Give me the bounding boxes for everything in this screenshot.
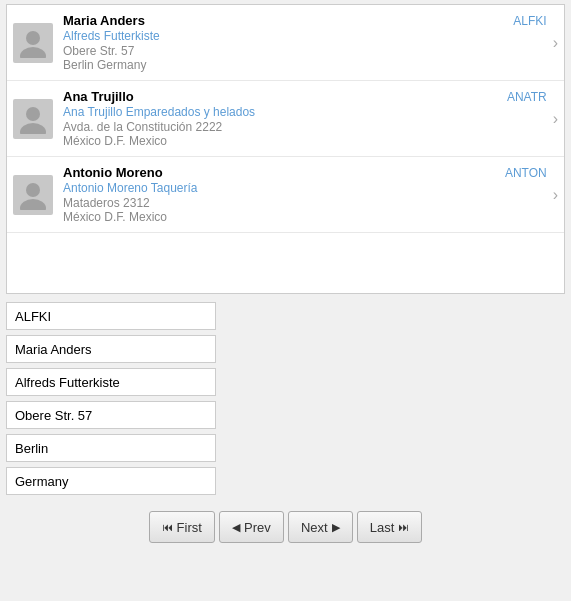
item-code: ANATR: [507, 90, 547, 104]
item-address: Avda. de la Constitución 2222: [63, 120, 547, 134]
next-icon: ▶: [332, 521, 340, 534]
item-address: Obere Str. 57: [63, 44, 547, 58]
item-code: ALFKI: [513, 14, 546, 28]
prev-icon: ◀: [232, 521, 240, 534]
list-item[interactable]: Maria Anders ALFKI Alfreds Futterkiste O…: [7, 5, 564, 81]
item-name: Antonio Moreno: [63, 165, 163, 180]
svg-point-3: [20, 123, 46, 134]
item-address: Mataderos 2312: [63, 196, 547, 210]
item-info: Maria Anders ALFKI Alfreds Futterkiste O…: [63, 13, 547, 72]
list-item[interactable]: Ana Trujillo ANATR Ana Trujillo Empareda…: [7, 81, 564, 157]
avatar: [13, 99, 53, 139]
field-id[interactable]: ALFKI: [6, 302, 216, 330]
item-code: ANTON: [505, 166, 547, 180]
prev-label: Prev: [244, 520, 271, 535]
next-button[interactable]: Next ▶: [288, 511, 353, 543]
item-info: Antonio Moreno ANTON Antonio Moreno Taqu…: [63, 165, 547, 224]
svg-point-1: [20, 47, 46, 58]
svg-point-2: [26, 107, 40, 121]
field-company[interactable]: Alfreds Futterkiste: [6, 368, 216, 396]
last-icon: ⏭: [398, 521, 409, 533]
field-country[interactable]: Germany: [6, 467, 216, 495]
svg-point-5: [20, 199, 46, 210]
list-item[interactable]: Antonio Moreno ANTON Antonio Moreno Taqu…: [7, 157, 564, 233]
first-label: First: [177, 520, 202, 535]
svg-point-4: [26, 183, 40, 197]
field-address[interactable]: Obere Str. 57: [6, 401, 216, 429]
item-country: Berlin Germany: [63, 58, 547, 72]
item-name: Maria Anders: [63, 13, 145, 28]
customer-list[interactable]: Maria Anders ALFKI Alfreds Futterkiste O…: [6, 4, 565, 294]
item-company: Alfreds Futterkiste: [63, 29, 547, 43]
avatar: [13, 23, 53, 63]
avatar: [13, 175, 53, 215]
field-name[interactable]: Maria Anders: [6, 335, 216, 363]
navigation-bar: ⏮ First ◀ Prev Next ▶ Last ⏭: [0, 501, 571, 553]
last-button[interactable]: Last ⏭: [357, 511, 423, 543]
main-container: Maria Anders ALFKI Alfreds Futterkiste O…: [0, 0, 571, 553]
first-button[interactable]: ⏮ First: [149, 511, 215, 543]
item-country: México D.F. Mexico: [63, 210, 547, 224]
chevron-right-icon: ›: [553, 186, 558, 204]
item-country: México D.F. Mexico: [63, 134, 547, 148]
detail-section: ALFKI Maria Anders Alfreds Futterkiste O…: [0, 294, 571, 501]
last-label: Last: [370, 520, 395, 535]
svg-point-0: [26, 31, 40, 45]
item-name: Ana Trujillo: [63, 89, 134, 104]
chevron-right-icon: ›: [553, 34, 558, 52]
next-label: Next: [301, 520, 328, 535]
first-icon: ⏮: [162, 521, 173, 533]
field-city[interactable]: Berlin: [6, 434, 216, 462]
item-info: Ana Trujillo ANATR Ana Trujillo Empareda…: [63, 89, 547, 148]
item-company: Antonio Moreno Taquería: [63, 181, 547, 195]
item-company: Ana Trujillo Emparedados y helados: [63, 105, 547, 119]
chevron-right-icon: ›: [553, 110, 558, 128]
prev-button[interactable]: ◀ Prev: [219, 511, 284, 543]
